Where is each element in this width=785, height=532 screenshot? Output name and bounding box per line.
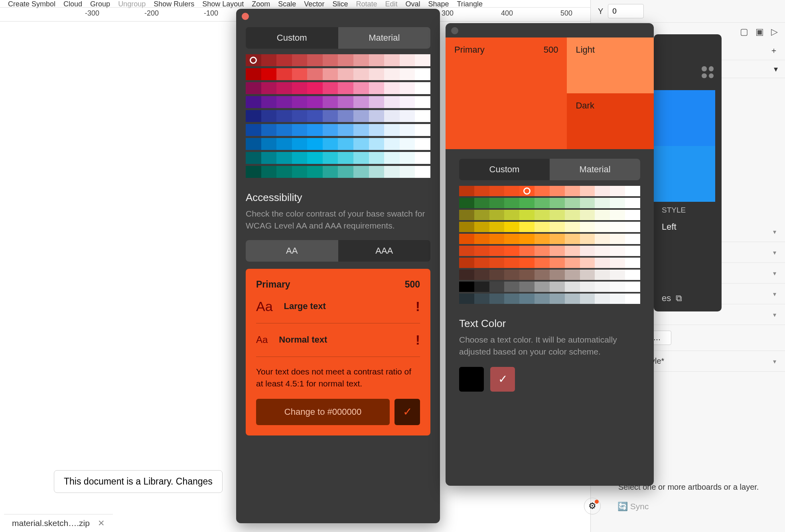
- color-swatch[interactable]: [489, 186, 505, 196]
- color-ramp[interactable]: [459, 258, 640, 268]
- color-swatch[interactable]: [384, 166, 400, 178]
- color-swatch[interactable]: [610, 198, 625, 208]
- color-swatch[interactable]: [474, 270, 489, 280]
- seg-material[interactable]: Material: [338, 27, 431, 49]
- color-swatch[interactable]: [384, 54, 400, 66]
- toolbar-edit[interactable]: Edit: [385, 0, 397, 7]
- color-swatch[interactable]: [625, 282, 640, 292]
- primary-dark-swatch[interactable]: Dark: [567, 93, 654, 149]
- toolbar-slice[interactable]: Slice: [332, 0, 348, 7]
- color-swatch[interactable]: [565, 210, 580, 220]
- color-swatch[interactable]: [384, 124, 400, 136]
- seg-custom[interactable]: Custom: [246, 27, 338, 49]
- window-controls[interactable]: [451, 27, 458, 34]
- color-swatch[interactable]: [338, 68, 353, 80]
- palette-ramps-1[interactable]: [246, 54, 430, 178]
- color-swatch[interactable]: [489, 198, 505, 208]
- palette-ramps-2[interactable]: [459, 186, 640, 304]
- color-swatch[interactable]: [519, 282, 535, 292]
- color-swatch[interactable]: [384, 82, 400, 94]
- palette-type-seg[interactable]: Custom Material: [246, 27, 430, 49]
- color-swatch[interactable]: [292, 166, 308, 178]
- color-swatch[interactable]: [625, 270, 640, 280]
- color-swatch[interactable]: [535, 234, 550, 244]
- color-swatch[interactable]: [292, 82, 308, 94]
- toolbar-shape[interactable]: Shape: [428, 0, 449, 7]
- color-swatch[interactable]: [338, 166, 353, 178]
- color-swatch[interactable]: [595, 234, 610, 244]
- color-swatch[interactable]: [400, 68, 415, 80]
- color-swatch[interactable]: [353, 110, 369, 122]
- color-swatch[interactable]: [474, 294, 489, 304]
- color-swatch[interactable]: [323, 96, 338, 108]
- color-swatch[interactable]: [261, 124, 277, 136]
- window-controls[interactable]: [242, 13, 249, 20]
- color-swatch[interactable]: [610, 270, 625, 280]
- color-swatch[interactable]: [353, 96, 369, 108]
- settings-button[interactable]: ⚙: [584, 498, 601, 514]
- color-swatch[interactable]: [369, 82, 385, 94]
- color-swatch[interactable]: [535, 258, 550, 268]
- color-swatch[interactable]: [323, 110, 338, 122]
- color-swatch[interactable]: [353, 54, 369, 66]
- color-swatch[interactable]: [415, 82, 430, 94]
- color-swatch[interactable]: [489, 294, 505, 304]
- color-swatch[interactable]: [246, 110, 261, 122]
- color-swatch[interactable]: [625, 186, 640, 196]
- color-swatch[interactable]: [580, 186, 595, 196]
- color-ramp[interactable]: [459, 198, 640, 208]
- color-swatch[interactable]: [580, 210, 595, 220]
- close-tab-icon[interactable]: ✕: [98, 518, 105, 528]
- color-swatch[interactable]: [261, 138, 277, 150]
- color-swatch[interactable]: [580, 246, 595, 256]
- color-swatch[interactable]: [400, 124, 415, 136]
- palette-type-seg-2[interactable]: Custom Material: [459, 159, 640, 180]
- toolbar-vector[interactable]: Vector: [304, 0, 324, 7]
- toolbar-create-symbol[interactable]: Create Symbol: [8, 0, 55, 7]
- color-swatch[interactable]: [415, 138, 430, 150]
- color-swatch[interactable]: [550, 210, 565, 220]
- color-swatch[interactable]: [474, 222, 489, 232]
- color-swatch[interactable]: [610, 222, 625, 232]
- color-swatch[interactable]: [565, 198, 580, 208]
- color-swatch[interactable]: [595, 222, 610, 232]
- color-swatch[interactable]: [625, 258, 640, 268]
- color-swatch[interactable]: [323, 82, 338, 94]
- color-swatch[interactable]: [625, 294, 640, 304]
- color-swatch[interactable]: [369, 152, 385, 164]
- color-swatch[interactable]: [276, 166, 292, 178]
- color-swatch[interactable]: [489, 210, 505, 220]
- color-swatch[interactable]: [519, 222, 535, 232]
- color-swatch[interactable]: [338, 96, 353, 108]
- color-swatch[interactable]: [400, 54, 415, 66]
- color-swatch[interactable]: [580, 258, 595, 268]
- color-swatch[interactable]: [307, 96, 323, 108]
- color-swatch[interactable]: [353, 166, 369, 178]
- color-swatch[interactable]: [307, 82, 323, 94]
- color-swatch[interactable]: [369, 166, 385, 178]
- color-swatch[interactable]: [415, 96, 430, 108]
- color-swatch[interactable]: [489, 282, 505, 292]
- toolbar-show-rulers[interactable]: Show Rulers: [154, 0, 194, 7]
- color-swatch[interactable]: [474, 186, 489, 196]
- color-swatch[interactable]: [261, 110, 277, 122]
- color-swatch[interactable]: [307, 54, 323, 66]
- color-swatch[interactable]: [415, 152, 430, 164]
- color-swatch[interactable]: [292, 138, 308, 150]
- color-ramp[interactable]: [459, 210, 640, 220]
- color-swatch[interactable]: [474, 246, 489, 256]
- color-swatch[interactable]: [338, 152, 353, 164]
- color-swatch[interactable]: [580, 270, 595, 280]
- color-swatch[interactable]: [474, 210, 489, 220]
- color-swatch[interactable]: [625, 222, 640, 232]
- text-color-selected[interactable]: ✓: [490, 367, 515, 392]
- color-swatch[interactable]: [595, 282, 610, 292]
- color-ramp[interactable]: [246, 138, 430, 150]
- color-ramp[interactable]: [246, 110, 430, 122]
- color-swatch[interactable]: [276, 96, 292, 108]
- color-swatch[interactable]: [369, 124, 385, 136]
- color-swatch[interactable]: [474, 234, 489, 244]
- color-swatch[interactable]: [489, 270, 505, 280]
- color-swatch[interactable]: [246, 166, 261, 178]
- primary-light-swatch[interactable]: Light: [567, 37, 654, 93]
